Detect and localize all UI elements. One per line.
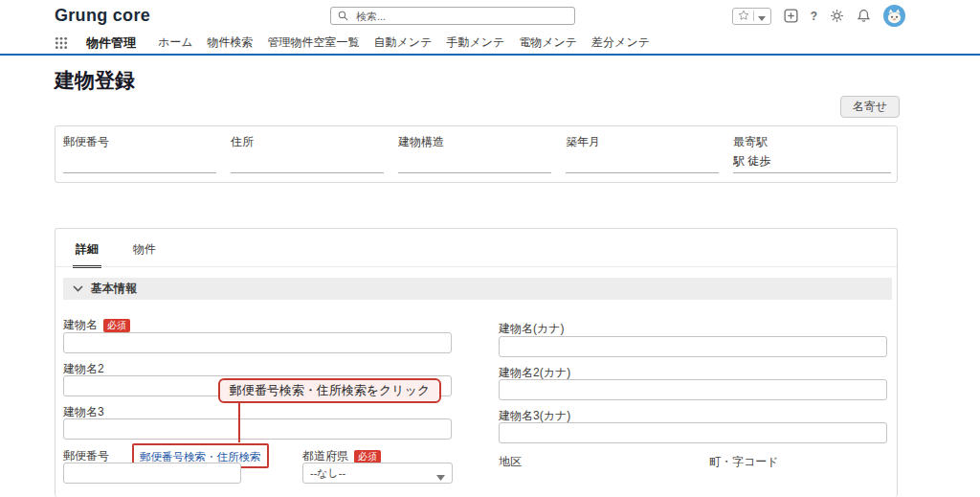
tabs-divider xyxy=(56,266,897,267)
app-launcher-icon[interactable] xyxy=(55,36,68,50)
field-label: 建物構造 xyxy=(398,135,551,148)
label-text: 町・字コード xyxy=(709,454,779,470)
field-label: 住所 xyxy=(231,135,384,148)
add-icon[interactable] xyxy=(784,9,798,23)
global-search[interactable] xyxy=(330,7,575,25)
building-name-label: 建物名 必須 xyxy=(63,317,130,333)
label-text: 建物名 xyxy=(63,317,98,333)
favorites-divider xyxy=(753,11,754,21)
building-name2-kana-input[interactable] xyxy=(499,379,887,400)
highlight-field-postal: 郵便番号 xyxy=(63,135,216,173)
field-value xyxy=(231,148,384,173)
prefecture-selected-value: --なし-- xyxy=(310,466,345,481)
field-value xyxy=(566,148,719,173)
building-name3-kana-input[interactable] xyxy=(499,422,887,443)
caret-down-icon[interactable] xyxy=(758,8,766,25)
app-navigation-bar: 物件管理 ホーム 物件検索 管理物件空室一覧 自動メンテ 手動メンテ 電物メンテ… xyxy=(0,32,980,56)
postal-address-search-link[interactable]: 郵便番号検索・住所検索 xyxy=(140,451,261,463)
field-value: 駅 徒歩 xyxy=(733,148,891,173)
select-caret-icon xyxy=(436,471,445,483)
help-icon[interactable]: ? xyxy=(811,10,817,23)
search-icon xyxy=(338,11,348,21)
favorites-control[interactable] xyxy=(732,8,771,25)
section-title: 基本情報 xyxy=(91,281,137,297)
search-input[interactable] xyxy=(354,10,568,23)
chevron-down-icon xyxy=(73,285,83,292)
field-label: 郵便番号 xyxy=(63,135,216,148)
app-logo: Grung core xyxy=(55,6,150,26)
annotation-callout: 郵便番号検索・住所検索をクリック xyxy=(218,378,441,403)
district-label: 地区 xyxy=(499,454,522,470)
nav-item-auto-maintenance[interactable]: 自動メンテ xyxy=(374,34,433,51)
highlight-field-address: 住所 xyxy=(231,135,384,173)
header-actions: ? xyxy=(732,5,905,27)
tab-properties[interactable]: 物件 xyxy=(130,241,159,268)
highlight-field-structure: 建物構造 xyxy=(398,135,551,173)
highlight-field-built-date: 築年月 xyxy=(566,135,719,173)
nav-item-denbutsu-maintenance[interactable]: 電物メンテ xyxy=(519,34,577,51)
annotation-connector-line xyxy=(238,403,240,442)
label-text: 建物名(カナ) xyxy=(499,321,565,337)
town-code-label: 町・字コード xyxy=(709,454,779,470)
tab-detail[interactable]: 詳細 xyxy=(73,241,101,268)
field-label: 最寄駅 xyxy=(733,135,891,148)
nav-item-diff-maintenance[interactable]: 差分メンテ xyxy=(591,34,650,51)
avatar[interactable] xyxy=(883,5,905,27)
field-value xyxy=(63,148,216,173)
building-name-input[interactable] xyxy=(63,332,452,353)
building-name3-input[interactable] xyxy=(63,418,452,440)
required-badge: 必須 xyxy=(103,319,130,332)
star-icon[interactable] xyxy=(738,8,749,25)
required-badge: 必須 xyxy=(354,450,381,463)
nav-item-manual-maintenance[interactable]: 手動メンテ xyxy=(446,34,504,51)
app-name[interactable]: 物件管理 xyxy=(86,34,136,52)
field-label: 築年月 xyxy=(566,135,719,148)
basic-info-section-header[interactable]: 基本情報 xyxy=(63,278,892,300)
field-value xyxy=(398,148,551,173)
building-registration-page: Grung core ? xyxy=(0,0,980,497)
merge-button[interactable]: 名寄せ xyxy=(840,96,900,118)
nav-item-home[interactable]: ホーム xyxy=(158,34,193,51)
detail-card: 詳細 物件 基本情報 建物名 必須 建物名(カナ) 建物名2 建物名2(カナ) xyxy=(55,228,898,497)
bell-icon[interactable] xyxy=(857,9,871,23)
gear-icon[interactable] xyxy=(830,9,844,23)
nav-item-property-search[interactable]: 物件検索 xyxy=(208,34,254,51)
highlight-field-nearest-station: 最寄駅 駅 徒歩 xyxy=(733,135,891,173)
label-text: 地区 xyxy=(499,454,522,470)
prefecture-select[interactable]: --なし-- xyxy=(302,463,453,484)
highlights-card: 郵便番号 住所 建物構造 築年月 最寄駅 駅 徒歩 xyxy=(55,125,898,183)
building-name-kana-label: 建物名(カナ) xyxy=(499,321,565,337)
detail-tabs: 詳細 物件 xyxy=(73,241,159,268)
postal-code-input[interactable] xyxy=(63,463,241,484)
building-name-kana-input[interactable] xyxy=(499,336,887,357)
page-title: 建物登録 xyxy=(55,67,135,94)
nav-item-managed-vacancy-list[interactable]: 管理物件空室一覧 xyxy=(268,34,360,51)
